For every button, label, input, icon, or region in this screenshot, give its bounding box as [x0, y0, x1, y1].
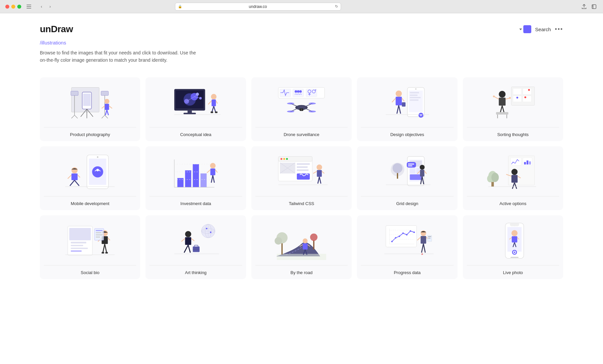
svg-line-84 [402, 98, 404, 101]
svg-rect-258 [428, 238, 430, 238]
illustration-card-social-bio[interactable]: Social bio [40, 215, 140, 279]
svg-rect-82 [395, 97, 402, 105]
svg-point-67 [287, 110, 294, 112]
svg-point-113 [71, 167, 78, 174]
svg-point-96 [516, 97, 518, 99]
svg-line-22 [102, 106, 105, 108]
svg-rect-143 [297, 163, 310, 165]
search-button[interactable]: Search [535, 27, 551, 32]
svg-line-222 [181, 238, 185, 241]
illustration-label-sorting-thoughts: Sorting thoughts [497, 132, 529, 137]
illustration-image-design-objectives [361, 81, 453, 124]
illustration-card-investment-data[interactable]: Investment data [145, 146, 246, 210]
svg-line-39 [208, 101, 212, 104]
svg-rect-121 [185, 170, 191, 187]
svg-rect-19 [105, 104, 109, 110]
card-divider [44, 265, 136, 265]
svg-point-268 [511, 230, 518, 236]
svg-rect-120 [177, 178, 184, 187]
illustration-image-by-the-road [255, 219, 348, 262]
svg-rect-48 [293, 89, 303, 97]
svg-rect-257 [428, 236, 431, 237]
illustration-card-tailwind-css[interactable]: Tailwind CSS [251, 146, 352, 210]
svg-rect-206 [96, 232, 102, 233]
svg-point-73 [415, 88, 416, 90]
svg-line-11 [71, 115, 74, 118]
sidebar-toggle-button[interactable] [25, 3, 33, 10]
card-divider [44, 196, 136, 196]
svg-point-100 [493, 95, 495, 97]
svg-point-50 [297, 90, 300, 93]
new-tab-button[interactable] [590, 3, 598, 10]
svg-line-260 [423, 244, 425, 253]
svg-line-16 [105, 115, 108, 118]
svg-rect-1 [27, 6, 31, 7]
illustration-card-live-photo[interactable]: Live photo [463, 215, 563, 279]
card-divider [467, 196, 559, 196]
illustration-card-by-the-road[interactable]: By the road [251, 215, 352, 279]
svg-rect-202 [102, 252, 104, 254]
illustration-card-sorting-thoughts[interactable]: Sorting thoughts [463, 77, 563, 141]
svg-point-68 [308, 110, 316, 112]
svg-point-110 [97, 156, 99, 158]
refresh-icon: ↻ [335, 4, 338, 9]
svg-point-94 [528, 89, 530, 91]
card-divider [467, 265, 559, 265]
svg-rect-130 [210, 169, 215, 175]
illustrations-link[interactable]: /illustrations [40, 40, 66, 45]
illustration-card-active-options[interactable]: Active options [463, 146, 563, 210]
svg-point-230 [275, 237, 282, 245]
minimize-button[interactable] [11, 5, 15, 9]
svg-rect-195 [71, 251, 82, 252]
illustration-label-product-photography: Product photography [70, 132, 110, 137]
svg-line-131 [207, 170, 210, 173]
svg-line-225 [188, 245, 190, 253]
back-button[interactable]: ‹ [38, 3, 45, 10]
url-text: undraw.co [249, 4, 267, 9]
svg-rect-122 [193, 164, 199, 187]
traffic-lights [5, 5, 21, 9]
illustration-image-tailwind-css [255, 150, 348, 193]
svg-rect-176 [524, 162, 526, 164]
svg-line-12 [75, 115, 78, 118]
svg-point-276 [514, 252, 515, 253]
illustration-card-mobile-development[interactable]: Mobile development [40, 146, 140, 210]
svg-rect-74 [410, 92, 419, 93]
illustration-card-art-thinking[interactable]: Art thinking [145, 215, 246, 279]
svg-rect-88 [402, 102, 405, 107]
illustration-card-conceptual-idea[interactable]: Conceptual idea [145, 77, 246, 141]
svg-rect-114 [71, 173, 78, 180]
svg-rect-92 [513, 96, 522, 102]
svg-line-149 [313, 171, 317, 173]
illustration-card-drone-surveillance[interactable]: Drone surveillance [251, 77, 352, 141]
illustration-image-product-photography [44, 81, 136, 124]
close-button[interactable] [5, 5, 9, 9]
share-button[interactable] [580, 3, 588, 10]
illustration-image-art-thinking [149, 219, 242, 262]
svg-rect-17 [101, 91, 109, 95]
svg-line-85 [397, 105, 399, 113]
illustration-card-progress-data[interactable]: Progress data [357, 215, 457, 279]
illustration-card-product-photography[interactable]: Product photography [40, 77, 140, 141]
address-bar[interactable]: 🔒 undraw.co ↻ [175, 3, 341, 11]
svg-line-115 [68, 175, 71, 179]
svg-rect-90 [513, 88, 522, 95]
svg-point-112 [97, 169, 99, 171]
svg-line-118 [75, 180, 79, 186]
card-divider [255, 196, 348, 196]
more-button[interactable]: ••• [555, 26, 563, 33]
color-swatch[interactable] [523, 25, 531, 33]
header-right: Search ••• [519, 25, 563, 33]
illustration-card-design-objectives[interactable]: Design objectives [357, 77, 457, 141]
forward-button[interactable]: › [46, 3, 54, 10]
illustration-card-grid-design[interactable]: Grid design [357, 146, 457, 210]
svg-point-66 [308, 103, 316, 105]
illustration-label-conceptual-idea: Conceptual idea [180, 132, 212, 137]
card-divider [44, 127, 136, 127]
svg-line-41 [212, 106, 214, 112]
svg-point-37 [211, 94, 216, 100]
card-divider [149, 265, 242, 265]
maximize-button[interactable] [17, 5, 21, 9]
svg-line-259 [421, 244, 423, 253]
svg-rect-2 [27, 8, 31, 9]
